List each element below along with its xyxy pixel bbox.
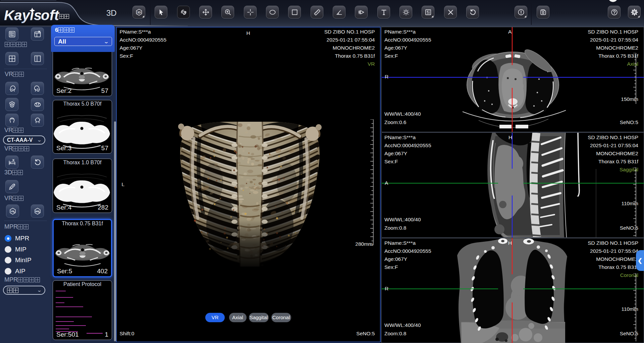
svg-text:3D: 3D <box>137 10 141 14</box>
svg-text:VR: VR <box>10 210 14 213</box>
